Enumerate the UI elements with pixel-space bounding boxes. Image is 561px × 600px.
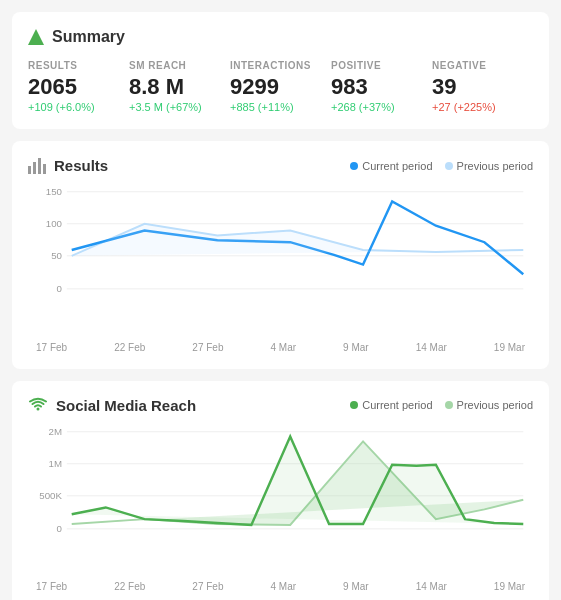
x-label-5: 14 Mar: [416, 342, 447, 353]
svg-rect-3: [43, 164, 46, 174]
results-legend-previous: Previous period: [445, 160, 533, 172]
sm-x-label-0: 17 Feb: [36, 581, 67, 592]
results-x-labels: 17 Feb 22 Feb 27 Feb 4 Mar 9 Mar 14 Mar …: [28, 342, 533, 353]
metric-smreach-label: SM REACH: [129, 60, 230, 71]
smreach-chart: 2M 1M 500K 0: [28, 422, 533, 577]
summary-title: Summary: [28, 28, 533, 46]
results-chart: 150 100 50 0: [28, 182, 533, 337]
smreach-previous-label: Previous period: [457, 399, 533, 411]
smreach-title: Social Media Reach: [28, 397, 196, 414]
summary-label: Summary: [52, 28, 125, 46]
metric-results: RESULTS 2065 +109 (+6.0%): [28, 60, 129, 113]
smreach-current-label: Current period: [362, 399, 432, 411]
metric-negative: NEGATIVE 39 +27 (+225%): [432, 60, 533, 113]
x-label-3: 4 Mar: [271, 342, 297, 353]
x-label-4: 9 Mar: [343, 342, 369, 353]
metric-positive-label: POSITIVE: [331, 60, 432, 71]
svg-rect-1: [33, 162, 36, 174]
results-title-text: Results: [54, 157, 108, 174]
smreach-title-text: Social Media Reach: [56, 397, 196, 414]
svg-text:0: 0: [57, 283, 63, 294]
svg-text:500K: 500K: [39, 489, 62, 500]
results-previous-label: Previous period: [457, 160, 533, 172]
smreach-legend-previous: Previous period: [445, 399, 533, 411]
x-label-6: 19 Mar: [494, 342, 525, 353]
smreach-previous-dot: [445, 401, 453, 409]
metric-negative-label: NEGATIVE: [432, 60, 533, 71]
metric-interactions: INTERACTIONS 9299 +885 (+11%): [230, 60, 331, 113]
smreach-header: Social Media Reach Current period Previo…: [28, 397, 533, 414]
metric-negative-change: +27 (+225%): [432, 101, 533, 113]
metric-interactions-label: INTERACTIONS: [230, 60, 331, 71]
svg-rect-2: [38, 158, 41, 174]
smreach-legend: Current period Previous period: [350, 399, 533, 411]
sm-x-label-4: 9 Mar: [343, 581, 369, 592]
metric-interactions-value: 9299: [230, 75, 331, 99]
metric-smreach: SM REACH 8.8 M +3.5 M (+67%): [129, 60, 230, 113]
results-current-dot: [350, 162, 358, 170]
svg-text:150: 150: [46, 186, 63, 197]
metric-results-label: RESULTS: [28, 60, 129, 71]
x-label-0: 17 Feb: [36, 342, 67, 353]
smreach-current-dot: [350, 401, 358, 409]
summary-card: Summary RESULTS 2065 +109 (+6.0%) SM REA…: [12, 12, 549, 129]
wifi-icon: [28, 397, 48, 413]
metric-smreach-change: +3.5 M (+67%): [129, 101, 230, 113]
metric-positive-value: 983: [331, 75, 432, 99]
bar-chart-icon: [28, 158, 46, 174]
results-header: Results Current period Previous period: [28, 157, 533, 174]
metric-positive: POSITIVE 983 +268 (+37%): [331, 60, 432, 113]
results-card: Results Current period Previous period 1…: [12, 141, 549, 368]
sm-x-label-1: 22 Feb: [114, 581, 145, 592]
sm-x-label-6: 19 Mar: [494, 581, 525, 592]
smreach-legend-current: Current period: [350, 399, 432, 411]
svg-text:1M: 1M: [49, 457, 62, 468]
results-legend-current: Current period: [350, 160, 432, 172]
smreach-x-labels: 17 Feb 22 Feb 27 Feb 4 Mar 9 Mar 14 Mar …: [28, 581, 533, 592]
svg-text:100: 100: [46, 218, 63, 229]
svg-text:50: 50: [51, 250, 62, 261]
metric-smreach-value: 8.8 M: [129, 75, 230, 99]
summary-icon: [28, 29, 44, 45]
metric-negative-value: 39: [432, 75, 533, 99]
metric-interactions-change: +885 (+11%): [230, 101, 331, 113]
results-previous-dot: [445, 162, 453, 170]
x-label-2: 27 Feb: [192, 342, 223, 353]
sm-x-label-3: 4 Mar: [271, 581, 297, 592]
results-title: Results: [28, 157, 108, 174]
svg-text:0: 0: [57, 522, 63, 533]
results-current-label: Current period: [362, 160, 432, 172]
metrics-row: RESULTS 2065 +109 (+6.0%) SM REACH 8.8 M…: [28, 60, 533, 113]
svg-text:2M: 2M: [49, 425, 62, 436]
x-label-1: 22 Feb: [114, 342, 145, 353]
metric-positive-change: +268 (+37%): [331, 101, 432, 113]
results-chart-container: 150 100 50 0 17 Feb 22 Feb 27 Feb 4 Mar …: [28, 182, 533, 352]
results-legend: Current period Previous period: [350, 160, 533, 172]
smreach-card: Social Media Reach Current period Previo…: [12, 381, 549, 600]
sm-x-label-2: 27 Feb: [192, 581, 223, 592]
metric-results-value: 2065: [28, 75, 129, 99]
metric-results-change: +109 (+6.0%): [28, 101, 129, 113]
smreach-chart-container: 2M 1M 500K 0 17 Feb 22 Feb 27 Feb 4 Mar …: [28, 422, 533, 592]
sm-x-label-5: 14 Mar: [416, 581, 447, 592]
svg-rect-0: [28, 166, 31, 174]
